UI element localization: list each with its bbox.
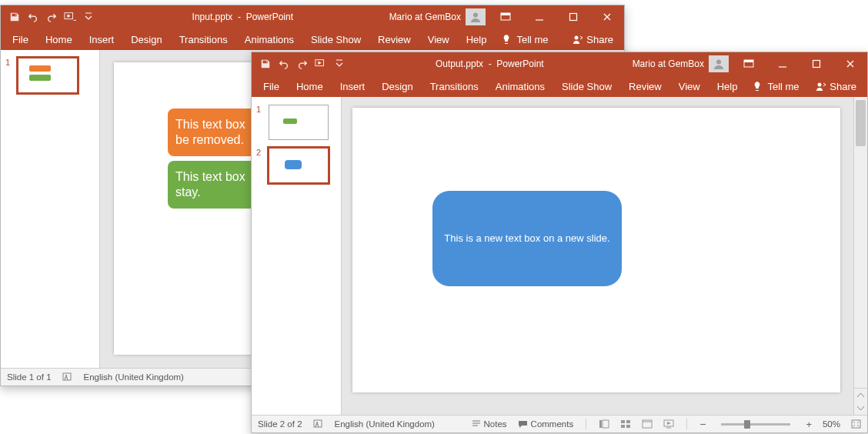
minimize-icon[interactable] bbox=[766, 52, 800, 75]
zoom-slider[interactable] bbox=[721, 423, 790, 426]
account-area[interactable]: Mario at GemBox bbox=[633, 55, 732, 72]
powerpoint-window-output: Output.pptx - PowerPoint Mario at GemBox bbox=[251, 52, 868, 433]
quick-access-toolbar bbox=[1, 9, 96, 25]
share-button[interactable]: Share bbox=[565, 34, 621, 45]
ribbon-tab-slide-show[interactable]: Slide Show bbox=[302, 28, 369, 50]
ribbon-tabs: FileHomeInsertDesignTransitionsAnimation… bbox=[1, 28, 624, 50]
slide-thumbnail[interactable] bbox=[269, 105, 329, 140]
ribbon-tab-help[interactable]: Help bbox=[709, 75, 746, 97]
ribbon-tab-design[interactable]: Design bbox=[122, 28, 170, 50]
comments-button[interactable]: Comments bbox=[518, 419, 574, 429]
ribbon-tab-animations[interactable]: Animations bbox=[487, 75, 553, 97]
svg-rect-3 bbox=[501, 13, 510, 15]
svg-point-5 bbox=[575, 36, 579, 40]
account-avatar-icon bbox=[709, 55, 729, 72]
share-button[interactable]: Share bbox=[808, 81, 864, 92]
ribbon-display-options-icon[interactable] bbox=[732, 52, 766, 75]
start-from-beginning-icon[interactable] bbox=[62, 9, 78, 25]
svg-point-8 bbox=[716, 60, 721, 65]
customize-qat-icon[interactable] bbox=[332, 56, 347, 72]
spellcheck-icon[interactable] bbox=[62, 372, 73, 382]
thumbnail-row[interactable]: 2 bbox=[252, 148, 341, 191]
ribbon-tab-design[interactable]: Design bbox=[373, 75, 421, 97]
tell-me-search[interactable]: Tell me bbox=[495, 34, 554, 45]
notes-button[interactable]: Notes bbox=[472, 419, 507, 429]
svg-point-1 bbox=[473, 13, 478, 18]
save-icon[interactable] bbox=[7, 9, 22, 25]
thumbnail-number: 1 bbox=[5, 58, 13, 93]
ribbon-tab-insert[interactable]: Insert bbox=[81, 28, 123, 50]
thumbnail-row[interactable]: 1 bbox=[1, 58, 99, 101]
ribbon-tab-insert[interactable]: Insert bbox=[332, 75, 374, 97]
fit-to-window-icon[interactable] bbox=[851, 419, 861, 429]
view-slideshow-icon[interactable] bbox=[663, 419, 674, 429]
title-bar: Input.pptx - PowerPoint Mario at GemBox bbox=[1, 5, 624, 28]
status-language[interactable]: English (United Kingdom) bbox=[84, 372, 184, 382]
account-name: Mario at GemBox bbox=[389, 12, 461, 22]
zoom-out-icon[interactable]: − bbox=[699, 418, 706, 430]
thumbnail-row[interactable]: 1 bbox=[252, 105, 341, 148]
ribbon-tab-view[interactable]: View bbox=[670, 75, 709, 97]
ribbon-tab-review[interactable]: Review bbox=[620, 75, 670, 97]
window-title: Input.pptx - PowerPoint bbox=[96, 12, 389, 22]
svg-rect-10 bbox=[744, 60, 753, 62]
thumbnail-number: 2 bbox=[256, 148, 264, 183]
vertical-scrollbar[interactable] bbox=[853, 97, 867, 415]
window-title: Output.pptx - PowerPoint bbox=[347, 58, 633, 69]
ribbon-tab-transitions[interactable]: Transitions bbox=[171, 28, 236, 50]
workarea: 1 2 This is a new text box on a new slid… bbox=[252, 97, 867, 415]
svg-rect-19 bbox=[626, 425, 630, 428]
slide-thumbnail[interactable] bbox=[18, 58, 78, 93]
tell-me-search[interactable]: Tell me bbox=[746, 81, 805, 92]
slide-canvas[interactable]: This is a new text box on a new slide. bbox=[352, 108, 840, 392]
notes-icon bbox=[472, 420, 481, 429]
minimize-icon[interactable] bbox=[522, 5, 556, 28]
ribbon-tab-file[interactable]: File bbox=[4, 28, 37, 50]
save-icon[interactable] bbox=[258, 56, 273, 72]
next-slide-icon[interactable] bbox=[856, 404, 865, 412]
undo-icon[interactable] bbox=[25, 9, 41, 25]
ribbon-tab-transitions[interactable]: Transitions bbox=[422, 75, 487, 97]
ribbon-tab-view[interactable]: View bbox=[419, 28, 458, 50]
ribbon-tab-home[interactable]: Home bbox=[37, 28, 81, 50]
svg-rect-14 bbox=[599, 420, 602, 428]
maximize-icon[interactable] bbox=[556, 5, 590, 28]
close-icon[interactable] bbox=[833, 52, 867, 75]
prev-slide-icon[interactable] bbox=[856, 391, 865, 399]
svg-rect-11 bbox=[813, 61, 820, 68]
ribbon-tab-slide-show[interactable]: Slide Show bbox=[553, 75, 620, 97]
spellcheck-icon[interactable] bbox=[313, 419, 324, 429]
status-language[interactable]: English (United Kingdom) bbox=[335, 419, 435, 429]
maximize-icon[interactable] bbox=[800, 52, 833, 75]
start-from-beginning-icon[interactable] bbox=[313, 56, 329, 72]
ribbon-tab-animations[interactable]: Animations bbox=[236, 28, 302, 50]
zoom-slider-knob[interactable] bbox=[744, 420, 750, 429]
slide-thumbnail-panel: 1 2 bbox=[252, 97, 342, 415]
slide-thumbnail[interactable] bbox=[269, 148, 329, 183]
redo-icon[interactable] bbox=[44, 9, 59, 25]
ribbon-tab-review[interactable]: Review bbox=[369, 28, 419, 50]
view-reading-icon[interactable] bbox=[642, 419, 653, 429]
ribbon-tab-home[interactable]: Home bbox=[288, 75, 332, 97]
undo-icon[interactable] bbox=[276, 56, 292, 72]
zoom-percent[interactable]: 50% bbox=[823, 419, 840, 429]
ribbon-tab-file[interactable]: File bbox=[255, 75, 288, 97]
zoom-in-icon[interactable]: + bbox=[806, 419, 812, 430]
scrollbar-thumb[interactable] bbox=[856, 100, 866, 146]
view-sorter-icon[interactable] bbox=[620, 419, 631, 429]
blue-textbox[interactable]: This is a new text box on a new slide. bbox=[432, 191, 622, 286]
customize-qat-icon[interactable] bbox=[81, 9, 96, 25]
svg-rect-4 bbox=[570, 14, 577, 21]
redo-icon[interactable] bbox=[295, 56, 310, 72]
view-normal-icon[interactable] bbox=[599, 419, 609, 429]
ribbon-display-options-icon[interactable] bbox=[489, 5, 522, 28]
status-slide-count: Slide 1 of 1 bbox=[7, 372, 52, 382]
ribbon-tab-help[interactable]: Help bbox=[458, 28, 496, 50]
share-icon bbox=[573, 34, 583, 45]
close-icon[interactable] bbox=[590, 5, 624, 28]
svg-rect-16 bbox=[621, 420, 625, 423]
account-area[interactable]: Mario at GemBox bbox=[389, 8, 489, 25]
lightbulb-icon bbox=[752, 81, 763, 92]
thumbnail-number: 1 bbox=[256, 105, 264, 140]
svg-rect-18 bbox=[621, 425, 625, 428]
